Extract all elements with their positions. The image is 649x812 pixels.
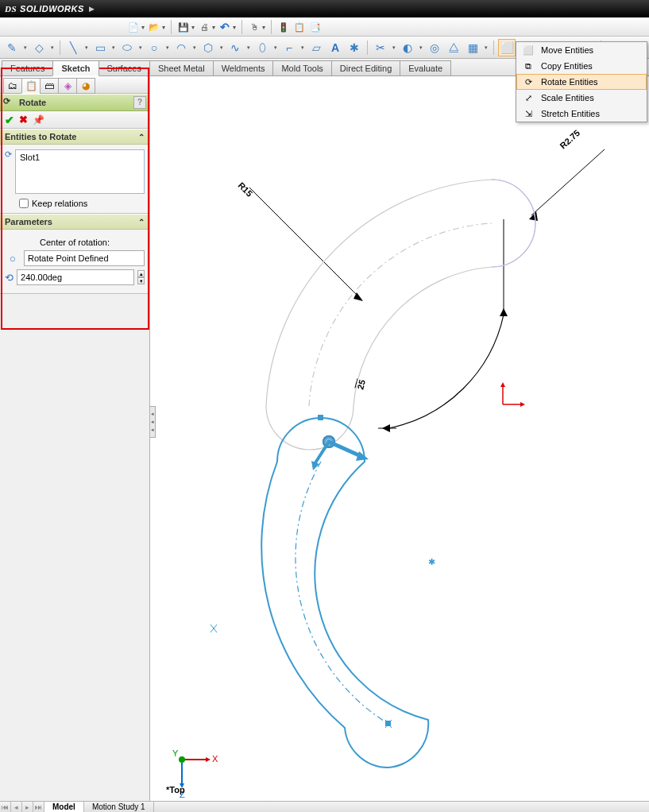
angle-spinner[interactable]: ▴▾	[137, 270, 145, 284]
menu-rotate-entities[interactable]: ⟳Rotate Entities	[516, 74, 647, 90]
dropdown-icon[interactable]: ▾	[391, 44, 397, 51]
tab-evaluate[interactable]: Evaluate	[400, 60, 451, 75]
spin-down-icon[interactable]: ▾	[137, 277, 145, 284]
menu-move-entities[interactable]: ⬜Move Entities	[516, 42, 647, 58]
tab-mold-tools[interactable]: Mold Tools	[272, 60, 331, 75]
tab-sheet-metal[interactable]: Sheet Metal	[149, 60, 214, 75]
help-icon[interactable]: ?	[133, 96, 146, 109]
tab-sketch[interactable]: Sketch	[52, 60, 99, 76]
open-icon[interactable]	[148, 21, 160, 33]
section-header-entities[interactable]: Entities to Rotate ⌃	[0, 129, 149, 145]
select-icon[interactable]	[248, 21, 261, 33]
arc-icon[interactable]: ◠	[172, 39, 190, 56]
dropdown-icon[interactable]: ▾	[49, 44, 56, 51]
dropdown-icon[interactable]: ▾	[299, 44, 306, 51]
fm-tab-tree[interactable]: 🗂	[3, 78, 22, 94]
trim-icon[interactable]: ✂	[372, 39, 389, 56]
menu-scale-entities[interactable]: ⤢Scale Entities	[516, 90, 647, 106]
rebuild-icon[interactable]	[277, 21, 290, 33]
tab-weldments[interactable]: Weldments	[213, 60, 274, 75]
sketch-icon[interactable]: ✎	[3, 39, 21, 56]
section-header-parameters[interactable]: Parameters ⌃	[0, 214, 149, 230]
copy-icon: ⧉	[522, 60, 535, 72]
nav-next-icon[interactable]: ▸	[22, 802, 33, 813]
tab-features[interactable]: Features	[2, 60, 53, 75]
stretch-icon: ⇲	[522, 107, 535, 120]
svg-marker-16	[529, 211, 538, 221]
rotate-point-field[interactable]	[24, 250, 145, 266]
smart-dimension-icon[interactable]: ◇	[30, 39, 48, 56]
entities-selection-box[interactable]: Slot1	[15, 149, 145, 194]
slot-icon[interactable]: ⬭	[118, 39, 136, 56]
svg-text:Y: Y	[172, 748, 179, 758]
undo-icon[interactable]	[218, 21, 231, 33]
dropdown-icon[interactable]: ▾	[245, 44, 252, 51]
menu-stretch-entities[interactable]: ⇲Stretch Entities	[516, 106, 647, 122]
spin-up-icon[interactable]: ▴	[137, 270, 145, 277]
menu-copy-entities[interactable]: ⧉Copy Entities	[516, 58, 647, 74]
dropdown-icon[interactable]: ▾	[218, 44, 225, 51]
undo-dropdown-icon[interactable]: ▾	[233, 24, 236, 31]
slot-rotated[interactable]	[261, 416, 428, 768]
fm-tab-property-manager[interactable]: 📋	[21, 78, 41, 94]
print-dropdown-icon[interactable]: ▾	[212, 24, 215, 31]
text-icon[interactable]: A	[326, 39, 344, 56]
fm-tab-dimxpert[interactable]: ◈	[58, 78, 77, 94]
circle-icon[interactable]: ○	[145, 39, 163, 56]
open-dropdown-icon[interactable]: ▾	[162, 24, 165, 31]
tab-surfaces[interactable]: Surfaces	[99, 60, 150, 75]
tab-direct-editing[interactable]: Direct Editing	[331, 60, 400, 75]
tab-model[interactable]: Model	[44, 802, 84, 813]
dropdown-icon[interactable]: ▾	[22, 44, 29, 51]
move-entities-icon[interactable]: ⬜	[498, 39, 516, 56]
pushpin-icon[interactable]: 📌	[33, 114, 44, 126]
fm-tab-display[interactable]: ◕	[76, 78, 95, 94]
keep-relations-checkbox[interactable]	[19, 199, 29, 208]
dropdown-icon[interactable]: ▾	[137, 44, 144, 51]
polygon-icon[interactable]: ⬡	[199, 39, 217, 56]
point-icon[interactable]: ✱	[346, 39, 363, 56]
dropdown-icon[interactable]: ▾	[191, 44, 198, 51]
fm-tab-config[interactable]: 🗃	[40, 78, 59, 94]
nav-prev-icon[interactable]: ◂	[11, 802, 22, 813]
cancel-button[interactable]: ✖	[19, 114, 28, 126]
spline-icon[interactable]: ∿	[226, 39, 244, 56]
ellipse-icon[interactable]: ⬯	[253, 39, 271, 56]
dropdown-icon[interactable]: ▾	[164, 44, 171, 51]
pattern-icon[interactable]: ▦	[464, 39, 481, 56]
separator	[493, 41, 494, 55]
dimension-25[interactable]: 25	[355, 219, 508, 432]
entity-item[interactable]: Slot1	[20, 153, 140, 162]
angle-field[interactable]	[17, 269, 134, 285]
new-icon[interactable]	[127, 21, 140, 33]
dropdown-icon[interactable]: ▾	[483, 44, 489, 51]
center-of-rotation-label: Center of rotation:	[5, 238, 145, 247]
offset-icon[interactable]: ◎	[426, 39, 443, 56]
menu-label: Stretch Entities	[541, 109, 600, 118]
dropdown-icon[interactable]: ▾	[418, 44, 424, 51]
fm-tab-strip: 🗂 📋 🗃 ◈ ◕	[0, 76, 149, 94]
save-dropdown-icon[interactable]: ▾	[191, 24, 195, 31]
options-icon[interactable]	[293, 21, 306, 33]
save-icon[interactable]	[177, 21, 190, 33]
titlebar-expand-icon[interactable]: ▶	[89, 5, 95, 13]
print-icon[interactable]	[198, 21, 211, 33]
dropdown-icon[interactable]: ▾	[83, 44, 90, 51]
dropdown-icon[interactable]: ▾	[110, 44, 117, 51]
line-icon[interactable]: ╲	[64, 39, 82, 56]
dropdown-icon[interactable]: ▾	[272, 44, 279, 51]
select-dropdown-icon[interactable]: ▾	[262, 24, 265, 31]
mirror-icon[interactable]: ⧋	[445, 39, 462, 56]
fillet-icon[interactable]: ⌐	[280, 39, 298, 56]
dimension-r275[interactable]: R2.75	[529, 128, 605, 221]
new-dropdown-icon[interactable]: ▾	[141, 24, 145, 31]
nav-first-icon[interactable]: ⏮	[0, 802, 11, 813]
tab-motion-study-1[interactable]: Motion Study 1	[84, 802, 154, 813]
plane-icon[interactable]: ▱	[307, 39, 325, 56]
help-icon[interactable]	[309, 21, 322, 33]
graphics-viewport[interactable]: ◂◂◂ X Z Y *Top	[150, 76, 649, 801]
convert-icon[interactable]: ◐	[399, 39, 416, 56]
ok-button[interactable]: ✔	[5, 114, 14, 126]
nav-last-icon[interactable]: ⏭	[33, 802, 44, 813]
rectangle-icon[interactable]: ▭	[91, 39, 109, 56]
